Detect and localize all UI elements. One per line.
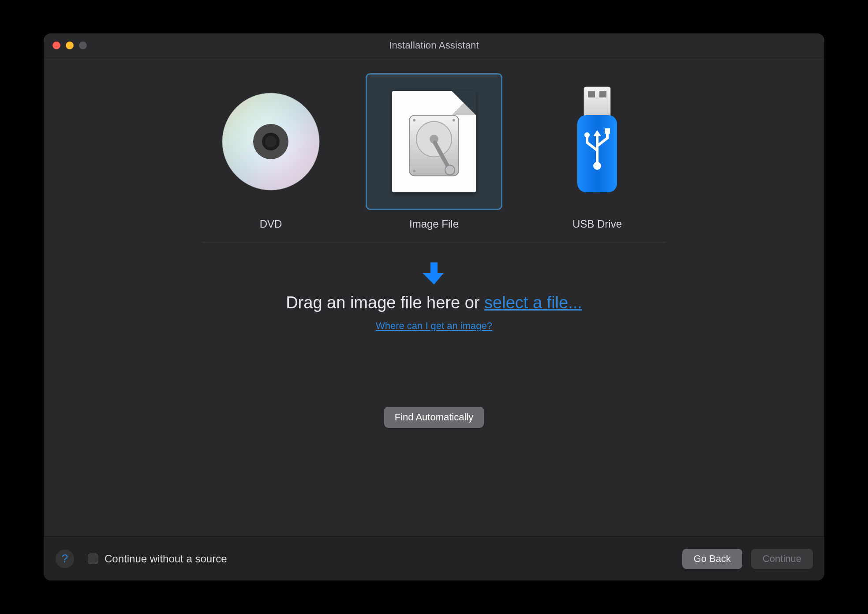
go-back-button[interactable]: Go Back xyxy=(682,549,742,569)
find-automatically-button[interactable]: Find Automatically xyxy=(384,407,484,428)
window-controls xyxy=(52,41,87,49)
svg-rect-14 xyxy=(599,91,606,97)
svg-point-10 xyxy=(453,119,455,122)
source-options: DVD xyxy=(202,73,666,230)
svg-point-4 xyxy=(265,136,277,147)
where-get-image-link[interactable]: Where can I get an image? xyxy=(376,320,492,332)
drop-prompt: Drag an image file here or select a file… xyxy=(286,261,582,332)
continue-button: Continue xyxy=(751,549,813,569)
continue-without-source-checkbox[interactable] xyxy=(88,554,98,564)
source-option-usb-drive[interactable]: USB Drive xyxy=(529,73,666,230)
dvd-icon xyxy=(202,73,339,210)
continue-without-source-row: Continue without a source xyxy=(88,553,227,565)
footer: ? Continue without a source Go Back Cont… xyxy=(44,536,824,580)
titlebar: Installation Assistant xyxy=(44,34,824,57)
source-option-label: DVD xyxy=(260,218,282,230)
source-option-image-file[interactable]: Image File xyxy=(366,73,502,230)
svg-point-9 xyxy=(413,119,415,122)
source-option-dvd[interactable]: DVD xyxy=(202,73,339,230)
image-file-icon xyxy=(366,73,502,210)
window-title: Installation Assistant xyxy=(389,40,479,51)
svg-rect-13 xyxy=(588,91,595,97)
drag-text-prefix: Drag an image file here or xyxy=(286,293,484,312)
continue-without-source-label: Continue without a source xyxy=(105,553,227,565)
help-button[interactable]: ? xyxy=(55,549,75,569)
svg-point-17 xyxy=(593,162,601,170)
svg-point-18 xyxy=(584,132,590,138)
source-option-label: USB Drive xyxy=(572,218,622,230)
close-window-button[interactable] xyxy=(52,41,60,49)
drag-instruction: Drag an image file here or select a file… xyxy=(286,293,582,312)
select-file-link[interactable]: select a file... xyxy=(484,293,582,312)
svg-point-11 xyxy=(413,170,415,172)
content-area: DVD xyxy=(44,57,824,536)
usb-drive-icon xyxy=(529,73,666,210)
installation-assistant-window: Installation Assistant xyxy=(44,34,824,580)
svg-point-8 xyxy=(445,165,455,175)
svg-rect-19 xyxy=(605,128,610,134)
arrow-down-icon xyxy=(423,261,445,285)
divider xyxy=(202,243,666,243)
minimize-window-button[interactable] xyxy=(66,41,74,49)
source-option-label: Image File xyxy=(409,218,459,230)
zoom-window-button xyxy=(79,41,87,49)
